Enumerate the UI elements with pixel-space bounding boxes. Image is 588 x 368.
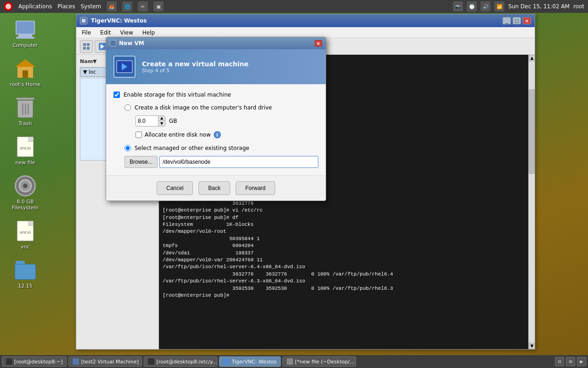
dialog-header-title: Create a new virtual machine [142,60,249,68]
layout-btn2[interactable]: ⊞ [566,357,575,366]
select-storage-row: Select managed or other existing storage [124,145,318,151]
spin-up-btn[interactable]: ▲ [158,116,165,121]
spin-down-btn[interactable]: ▼ [158,121,165,126]
network-icon[interactable]: 🌐 [122,1,132,12]
layout-btn1[interactable]: ⊟ [555,357,564,366]
browser-icon[interactable]: 🦊 [107,1,117,12]
info-icon[interactable]: i [214,131,221,138]
dialog-footer: Cancel Back Forward [106,175,326,201]
taskbar-item-vm1[interactable]: [test2 Virtual Machine] [68,356,142,367]
create-disk-row: Create a disk image on the computer's ha… [124,104,318,111]
dialog-body: Enable storage for this virtual machine … [106,84,326,175]
system-menu[interactable]: System [80,3,101,10]
enable-storage-row: Enable storage for this virtual machine [113,92,318,98]
play-icon [122,63,127,70]
dialog-close-btn[interactable]: × [315,40,322,46]
volume-icon[interactable]: 🔊 [481,1,491,12]
taskbar-terminal1-icon [6,358,12,365]
disk-size-spinner[interactable]: ▲ ▼ [136,115,165,126]
network-status-icon[interactable]: 📶 [494,1,504,12]
screenshot-icon[interactable]: 📷 [453,1,463,12]
taskbar-item-tigervnc[interactable]: TigerVNC: Westos [219,356,281,367]
disk-size-unit: GB [169,118,177,124]
dialog-title: New VM [119,40,144,46]
allocate-disk-row: Allocate entire disk now i [136,131,318,138]
terminal-icon[interactable]: ▣ [153,1,164,12]
disk-size-input[interactable] [136,117,158,125]
taskbar-item-terminal1[interactable]: [root@desktop8:~] [2,356,67,367]
allocate-disk-label[interactable]: Allocate entire disk now [145,132,211,138]
taskbar-item-newfile[interactable]: [*new file (~Desktop/... [283,356,356,367]
fedora-icon [4,2,13,11]
user-display: root [573,3,584,10]
disk-size-row: ▲ ▼ GB [136,115,318,126]
enable-storage-label[interactable]: Enable storage for this virtual machine [124,92,231,98]
allocate-disk-checkbox[interactable] [136,132,142,138]
back-btn[interactable]: Back [198,181,230,195]
taskbar-item-terminal2[interactable]: [root@desktop8:/etc/y... [144,356,217,367]
enable-storage-checkbox[interactable] [113,92,120,98]
storage-path-input[interactable] [159,156,318,168]
applications-menu[interactable]: Applications [18,3,52,10]
dialog-header-text: Create a new virtual machine Step 4 of 5 [142,60,249,74]
dialog-titlebar: New VM × [106,37,326,49]
taskbar: [root@desktop8:~] [test2 Virtual Machine… [0,355,588,368]
datetime-display: Sun Dec 15, 11:02 AM [508,3,570,10]
taskbar-tigervnc-icon [223,358,230,365]
top-panel: Applications Places System 🦊 🌐 ✏ ▣ 📷 🕐 🔊… [0,0,588,13]
clock-icon[interactable]: 🕐 [467,1,477,12]
layout-expand-btn[interactable]: ▶ [577,357,586,366]
places-menu[interactable]: Places [57,3,75,10]
new-vm-dialog: New VM × Create a new virtual machine St… [106,37,326,201]
storage-path-row: Browse... [124,156,318,168]
forward-btn[interactable]: Forward [236,181,275,195]
svg-point-0 [6,4,11,9]
edit-icon[interactable]: ✏ [138,1,148,12]
cancel-btn[interactable]: Cancel [157,181,193,195]
create-disk-label[interactable]: Create a disk image on the computer's ha… [135,104,272,111]
select-storage-label[interactable]: Select managed or other existing storage [135,145,249,151]
dialog-overlay: New VM × Create a new virtual machine St… [0,0,588,368]
taskbar-terminal2-icon [148,358,154,365]
taskbar-vm1-icon [73,358,79,365]
browse-btn[interactable]: Browse... [124,156,158,168]
vm-header-icon [113,56,136,78]
dialog-header: Create a new virtual machine Step 4 of 5 [106,49,326,84]
desktop: Applications Places System 🦊 🌐 ✏ ▣ 📷 🕐 🔊… [0,0,588,368]
select-storage-radio[interactable] [124,145,131,151]
vm-icon-inner [116,60,133,73]
create-disk-radio[interactable] [124,104,131,111]
taskbar-newfile-icon [287,358,293,365]
dialog-header-step: Step 4 of 5 [142,68,249,74]
